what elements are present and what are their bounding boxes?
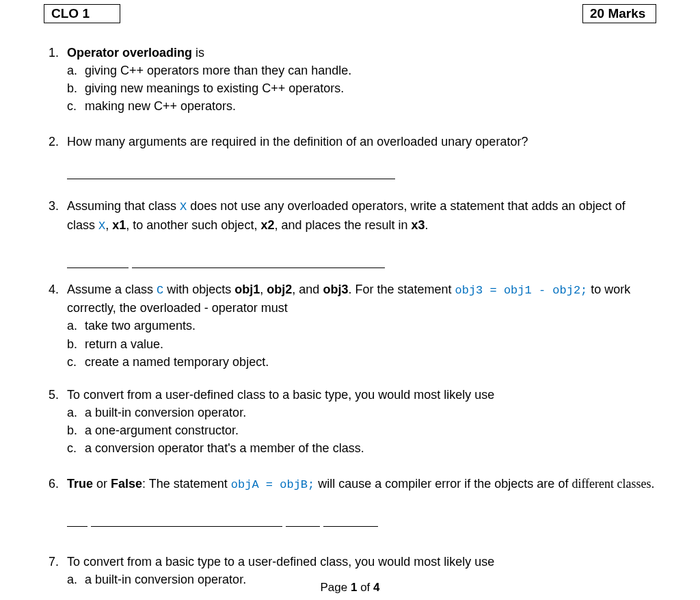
- q5-number: 5.: [44, 386, 67, 404]
- q6-frag: will cause a compiler error if the objec…: [314, 477, 571, 491]
- option-letter: c.: [67, 97, 85, 115]
- option-text: take two arguments.: [85, 317, 196, 335]
- q3-class-x: X: [98, 220, 105, 233]
- question-5: 5. To convert from a user-defined class …: [44, 386, 656, 457]
- document-page: CLO 1 20 Marks 1. Operator overloading i…: [0, 0, 700, 588]
- q2-text: How many arguments are required in the d…: [67, 133, 656, 151]
- option-text: return a value.: [85, 335, 163, 353]
- q3-frag: , to another such object,: [126, 218, 260, 232]
- answer-blank[interactable]: [67, 250, 656, 263]
- q4-obj2: obj2: [267, 283, 292, 296]
- q1-lead-bold: Operator overloading: [67, 46, 192, 60]
- q6-frag: or: [93, 477, 111, 491]
- q4-frag: ,: [260, 283, 267, 296]
- header-clo: CLO 1: [44, 4, 120, 23]
- q3-number: 3.: [44, 197, 67, 215]
- option-text: giving new meanings to existing C++ oper…: [85, 79, 344, 97]
- option-letter: c.: [67, 353, 85, 371]
- question-2: 2. How many arguments are required in th…: [44, 133, 656, 179]
- q3-frag: Assuming that class: [67, 199, 180, 213]
- q3-x2: x2: [260, 218, 274, 232]
- header-marks: 20 Marks: [582, 4, 656, 23]
- option-letter: a.: [67, 317, 85, 335]
- footer-of: of: [357, 581, 373, 594]
- option-text: create a named temporary object.: [85, 353, 269, 371]
- q3-text: Assuming that class X does not use any o…: [67, 197, 656, 235]
- option-text: a conversion operator that's a member of…: [85, 439, 364, 457]
- q6-false: False: [111, 477, 142, 491]
- option-letter: b.: [67, 335, 85, 353]
- q4-frag: , and: [292, 283, 323, 296]
- page-footer: Page 1 of 4: [0, 581, 700, 595]
- q4-option-a: a. take two arguments.: [67, 317, 656, 335]
- question-1: 1. Operator overloading is a. giving C++…: [44, 44, 656, 115]
- q4-obj3: obj3: [323, 283, 348, 296]
- q6-code: objA = objB;: [231, 478, 314, 491]
- q4-frag: . For the statement: [348, 283, 455, 296]
- q6-true: True: [67, 477, 93, 491]
- q2-number: 2.: [44, 133, 67, 151]
- question-6: 6. True or False: The statement objA = o…: [44, 475, 656, 521]
- footer-page-total: 4: [373, 581, 379, 594]
- q4-option-b: b. return a value.: [67, 335, 656, 353]
- q5-option-a: a. a built-in conversion operator.: [67, 404, 656, 421]
- option-text: giving C++ operators more than they can …: [85, 62, 351, 79]
- answer-blank[interactable]: [67, 509, 656, 521]
- option-letter: c.: [67, 439, 85, 457]
- footer-page-current: 1: [351, 581, 357, 594]
- q5-option-c: c. a conversion operator that's a member…: [67, 439, 656, 457]
- answer-blank[interactable]: [67, 167, 395, 179]
- q4-code: obj3 = obj1 - obj2;: [455, 284, 587, 297]
- option-letter: a.: [67, 404, 85, 421]
- header: CLO 1 20 Marks: [44, 4, 656, 23]
- q1-text: Operator overloading is: [67, 44, 656, 62]
- q4-class-c: C: [157, 284, 163, 297]
- q3-frag: .: [425, 218, 429, 232]
- q6-frag: : The statement: [142, 477, 231, 491]
- q6-diff: different classes: [571, 477, 651, 491]
- q1-option-b: b. giving new meanings to existing C++ o…: [67, 79, 656, 97]
- option-letter: b.: [67, 421, 85, 439]
- q4-text: Assume a class C with objects obj1, obj2…: [67, 281, 656, 317]
- q4-frag: Assume a class: [67, 283, 157, 296]
- q4-frag: with objects: [163, 283, 234, 296]
- question-3: 3. Assuming that class X does not use an…: [44, 197, 656, 262]
- option-letter: a.: [67, 62, 85, 79]
- q7-text: To convert from a basic type to a user-d…: [67, 553, 656, 571]
- q3-x1: x1: [112, 218, 126, 232]
- q3-frag: , and places the result in: [274, 218, 411, 232]
- q3-frag: ,: [105, 218, 112, 232]
- q6-frag: .: [651, 477, 655, 491]
- q6-text: True or False: The statement objA = objB…: [67, 475, 656, 494]
- q1-option-a: a. giving C++ operators more than they c…: [67, 62, 656, 79]
- q1-number: 1.: [44, 44, 67, 62]
- q6-number: 6.: [44, 475, 67, 493]
- option-text: making new C++ operators.: [85, 97, 236, 115]
- header-spacer: [120, 4, 582, 23]
- q4-obj1: obj1: [234, 283, 260, 296]
- q1-lead-rest: is: [192, 46, 204, 60]
- q5-option-b: b. a one-argument constructor.: [67, 421, 656, 439]
- option-text: a one-argument constructor.: [85, 421, 239, 439]
- q4-option-c: c. create a named temporary object.: [67, 353, 656, 371]
- q3-x3: x3: [412, 218, 425, 232]
- q3-class-x: X: [180, 200, 187, 213]
- question-4: 4. Assume a class C with objects obj1, o…: [44, 281, 656, 371]
- q5-text: To convert from a user-defined class to …: [67, 386, 656, 404]
- q7-number: 7.: [44, 553, 67, 571]
- option-letter: b.: [67, 79, 85, 97]
- q4-number: 4.: [44, 281, 67, 298]
- q1-option-c: c. making new C++ operators.: [67, 97, 656, 115]
- footer-page-label: Page: [321, 581, 351, 594]
- option-text: a built-in conversion operator.: [85, 404, 246, 421]
